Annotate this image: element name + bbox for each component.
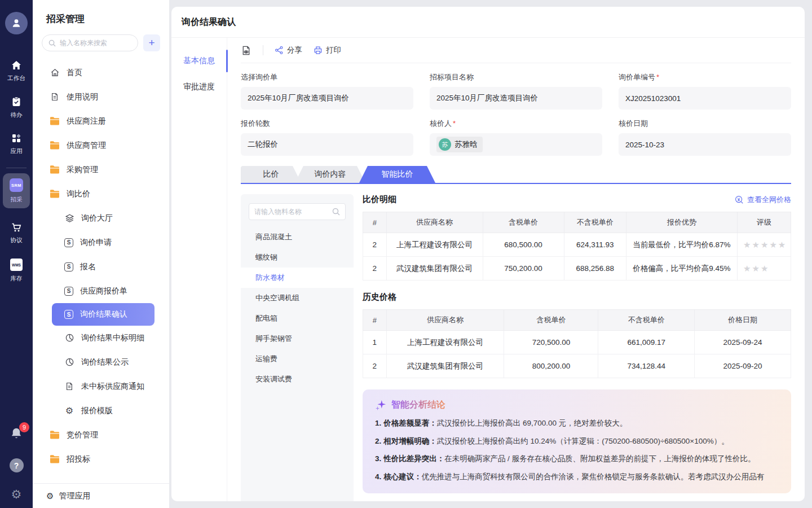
sidebar-item-tender[interactable]: 招投标 bbox=[33, 447, 169, 471]
rail-item-wms[interactable]: WMS 库存 bbox=[10, 259, 23, 283]
sidebar-item-result-confirm[interactable]: S 询价结果确认 bbox=[52, 303, 155, 326]
document-view-icon[interactable] bbox=[241, 45, 251, 56]
share-icon bbox=[275, 46, 284, 55]
s-form-icon: S bbox=[64, 287, 73, 296]
search-price-icon bbox=[735, 195, 744, 204]
sidebar-item-bidding-mgmt[interactable]: 竞价管理 bbox=[33, 423, 169, 447]
s-form-icon: S bbox=[64, 238, 73, 247]
sidebar-item-label: 使用说明 bbox=[67, 92, 98, 102]
field-label: 核价日期 bbox=[619, 119, 791, 129]
sidebar-footer-manage-apps[interactable]: ⚙ 管理应用 bbox=[33, 483, 169, 508]
tab-approval-progress[interactable]: 审批进度 bbox=[171, 74, 227, 100]
add-button[interactable]: + bbox=[143, 34, 160, 51]
col-header: 报价优势 bbox=[626, 212, 737, 233]
sidebar-item-result-publicity[interactable]: 询价结果公示 bbox=[33, 350, 169, 374]
project-name-input[interactable]: 2025年10月厂房改造项目询价 bbox=[430, 87, 602, 110]
view-network-price-label: 查看全网价格 bbox=[747, 195, 791, 205]
gear-icon: ⚙ bbox=[46, 492, 54, 500]
rail-item-label: 库存 bbox=[11, 275, 23, 283]
field-reviewer: 核价人* 苏 苏雅晗 bbox=[430, 119, 602, 156]
table-row: 2 上海工程建设有限公司 680,500.00 624,311.93 当前最低价… bbox=[363, 233, 791, 257]
sidebar-item-label: 供应商报价单 bbox=[80, 286, 127, 296]
pie-chart-icon bbox=[64, 357, 74, 367]
sidebar-item-supplier-register[interactable]: 供应商注册 bbox=[33, 109, 169, 133]
rail-divider bbox=[6, 168, 27, 168]
sidebar-item-label: 招投标 bbox=[67, 454, 90, 465]
material-item[interactable]: 商品混凝土 bbox=[241, 227, 354, 247]
sidebar-search-input[interactable] bbox=[60, 39, 131, 47]
inquiry-no-input[interactable]: XJ20251023001 bbox=[619, 87, 791, 110]
srm-badge-icon: SRM bbox=[10, 178, 23, 192]
reviewer-input[interactable]: 苏 苏雅晗 bbox=[430, 133, 602, 156]
col-header: 含税单价 bbox=[483, 212, 564, 233]
sidebar-item-home[interactable]: 首页 bbox=[33, 60, 169, 85]
sidebar-item-supplier-quote[interactable]: S 供应商报价单 bbox=[33, 279, 169, 303]
rail-item-todo[interactable]: 待办 bbox=[11, 97, 23, 119]
material-item[interactable]: 运输费 bbox=[241, 349, 354, 369]
person-icon bbox=[10, 17, 23, 29]
sidebar-footer-label: 管理应用 bbox=[59, 491, 90, 501]
sidebar-item-purchase-mgmt[interactable]: 采购管理 bbox=[33, 157, 169, 182]
s-form-icon: S bbox=[64, 262, 73, 271]
materials-panel: 商品混凝土 螺纹钢 防水卷材 中央空调机组 配电箱 脚手架钢管 运输费 安装调试… bbox=[241, 194, 354, 501]
page-title: 询价结果确认 bbox=[171, 7, 805, 38]
sidebar-item-label: 未中标供应商通知 bbox=[81, 382, 144, 392]
tab-smart-compare[interactable]: 智能比价 bbox=[359, 166, 435, 183]
sidebar-item-signup[interactable]: S 报名 bbox=[33, 255, 169, 279]
material-item[interactable]: 螺纹钢 bbox=[241, 247, 354, 268]
review-date-input[interactable]: 2025-10-23 bbox=[619, 133, 791, 156]
view-network-price-link[interactable]: 查看全网价格 bbox=[735, 195, 791, 205]
tab-basic-info[interactable]: 基本信息 bbox=[171, 48, 227, 74]
layers-icon bbox=[64, 213, 74, 223]
document-icon bbox=[50, 92, 60, 102]
search-icon bbox=[48, 40, 56, 47]
select-inquiry-input[interactable]: 2025年10月厂房改造项目询价 bbox=[241, 87, 413, 110]
cart-icon bbox=[11, 222, 22, 233]
material-item[interactable]: 脚手架钢管 bbox=[241, 329, 354, 349]
settings-gear-icon[interactable]: ⚙ bbox=[11, 488, 22, 500]
sidebar-search[interactable] bbox=[42, 34, 138, 51]
material-item[interactable]: 安装调试费 bbox=[241, 369, 354, 389]
sidebar-item-inquiry-hall[interactable]: 询价大厅 bbox=[33, 206, 169, 230]
person-tag: 苏 苏雅晗 bbox=[436, 137, 483, 152]
sidebar-item-label: 采购管理 bbox=[67, 165, 98, 175]
notifications-button[interactable]: 9 bbox=[10, 427, 23, 440]
toolbar: 分享 打印 bbox=[241, 38, 791, 63]
rail-item-workbench[interactable]: 工作台 bbox=[7, 60, 25, 82]
tab-inquiry-content[interactable]: 询价内容 bbox=[295, 166, 365, 183]
materials-search[interactable] bbox=[249, 203, 346, 220]
ai-analysis-item: 3.性价比差异突出：在未明确两家产品 / 服务存在核心品质、附加权益差异的前提下… bbox=[375, 453, 779, 465]
sidebar-item-award-detail[interactable]: 询价结果中标明细 bbox=[33, 326, 169, 350]
ai-analysis-title: 智能分析结论 bbox=[391, 399, 445, 411]
sidebar-item-label: 询价结果确认 bbox=[80, 309, 127, 319]
rail-item-agreement[interactable]: 协议 bbox=[11, 222, 23, 244]
material-item-active[interactable]: 防水卷材 bbox=[241, 268, 354, 288]
sidebar-item-guide[interactable]: 使用说明 bbox=[33, 85, 169, 109]
user-avatar[interactable] bbox=[5, 12, 28, 34]
folder-icon bbox=[50, 141, 60, 150]
history-table: # 供应商名称 含税单价 不含税单价 价格日期 1 上海工程建设有限公司 720 bbox=[363, 309, 791, 378]
sidebar-item-label: 竞价管理 bbox=[67, 430, 98, 440]
sidebar-item-supplier-mgmt[interactable]: 供应商管理 bbox=[33, 133, 169, 157]
rail-item-srm-active[interactable]: SRM 招采 bbox=[3, 173, 30, 208]
sidebar-menu: 首页 使用说明 供应商注册 供应商管理 采购管理 bbox=[33, 51, 169, 483]
rail-item-apps[interactable]: 应用 bbox=[11, 133, 23, 155]
material-item[interactable]: 配电箱 bbox=[241, 308, 354, 329]
help-button[interactable]: ? bbox=[10, 458, 24, 472]
material-item[interactable]: 中央空调机组 bbox=[241, 288, 354, 308]
tab-compare[interactable]: 比价 bbox=[241, 166, 301, 183]
print-button[interactable]: 打印 bbox=[314, 45, 341, 55]
materials-search-input[interactable] bbox=[254, 208, 322, 216]
ai-analysis-panel: 智能分析结论 1.价格差额显著：武汉报价比上海报价高出 69,700.00 元，… bbox=[363, 389, 791, 493]
sidebar-item-rfq[interactable]: 询比价 bbox=[33, 182, 169, 206]
sidebar-item-label: 询价大厅 bbox=[81, 213, 113, 224]
sidebar: 招采管理 + 首页 使用说明 供应商注册 bbox=[33, 0, 169, 508]
field-review-date: 核价日期 2025-10-23 bbox=[619, 119, 791, 156]
quote-rounds-input[interactable]: 二轮报价 bbox=[241, 133, 413, 156]
share-button[interactable]: 分享 bbox=[275, 45, 302, 55]
rail-bottom: 9 ? ⚙ bbox=[10, 427, 24, 500]
sidebar-item-quote-template[interactable]: ⚙ 报价模版 bbox=[33, 398, 169, 423]
sidebar-item-label: 询价结果公示 bbox=[81, 357, 129, 367]
sidebar-item-inquiry-apply[interactable]: S 询价申请 bbox=[33, 230, 169, 255]
sidebar-item-lost-notice[interactable]: 未中标供应商通知 bbox=[33, 374, 169, 398]
